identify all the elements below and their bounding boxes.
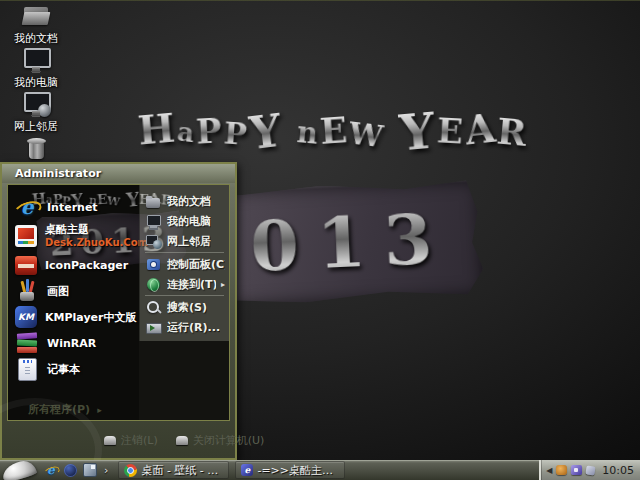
log-off-icon xyxy=(104,436,116,445)
my-computer-icon xyxy=(20,46,52,73)
chrome-icon xyxy=(124,464,137,477)
globe-icon xyxy=(38,104,51,117)
all-programs-button[interactable]: 所有程序(P) ▸ xyxy=(28,402,102,417)
menu-item-iconpackager[interactable]: IconPackager xyxy=(8,252,139,278)
desktop-icon-label: 我的文档 xyxy=(4,31,68,46)
desktop-icon-label: 网上邻居 xyxy=(4,119,68,134)
paint-icon xyxy=(15,279,39,303)
turn-off-label: 关闭计算机(U) xyxy=(193,433,265,448)
notepad-icon xyxy=(18,358,37,381)
taskbar: › 桌面 - 壁纸 - 桌酷壁... -=>>桌酷主题 - Mic... ◀ 1… xyxy=(0,460,640,480)
notepad-icon-wrap xyxy=(15,357,39,381)
menu-item-sublabel: Desk.ZhuoKu.Com xyxy=(45,237,148,249)
tray-app-icon-3[interactable] xyxy=(586,465,596,475)
menu-item-label: IconPackager xyxy=(45,259,128,272)
quick-launch-bar: › xyxy=(44,463,108,477)
submenu-arrow-icon: ▸ xyxy=(221,280,225,289)
task-button-zhuoku-theme-page[interactable]: -=>>桌酷主题 - Mic... xyxy=(235,461,345,479)
start-button[interactable] xyxy=(0,458,37,480)
iconpackager-icon xyxy=(15,256,37,275)
search-icon xyxy=(145,299,162,316)
system-tray: ◀ 10:05 xyxy=(539,460,640,480)
quick-launch-app-icon[interactable] xyxy=(64,464,77,477)
kmplayer-icon xyxy=(15,306,37,328)
menu-item-label: KMPlayer中文版 xyxy=(45,310,136,325)
winrar-icon xyxy=(15,331,39,355)
start-menu-footer: 注销(L) 关闭计算机(U) xyxy=(2,422,235,458)
task-button-label: 桌面 - 壁纸 - 桌酷壁... xyxy=(141,463,223,478)
internet-explorer-icon xyxy=(15,195,39,219)
menu-item-control-panel[interactable]: 控制面板(C) xyxy=(140,254,229,274)
menu-item-kmplayer[interactable]: KMPlayer中文版 xyxy=(8,304,139,330)
menu-item-winrar[interactable]: WinRAR xyxy=(8,330,139,356)
menu-item-my-computer[interactable]: 我的电脑 xyxy=(140,211,229,231)
show-desktop-icon[interactable] xyxy=(83,463,97,477)
quick-launch-expand-chevron-icon[interactable]: › xyxy=(104,464,108,477)
taskbar-clock: 10:05 xyxy=(602,464,634,477)
menu-item-my-documents[interactable]: 我的文档 xyxy=(140,191,229,211)
menu-item-my-network-places[interactable]: 网上邻居 xyxy=(140,231,229,251)
task-button-label: -=>>桌酷主题 - Mic... xyxy=(257,463,339,478)
desktop-icon-label: 我的电脑 xyxy=(4,75,68,90)
desktop-icon-recycle-bin[interactable] xyxy=(4,135,68,164)
menu-item-notepad[interactable]: 记事本 xyxy=(8,356,139,382)
control-panel-icon xyxy=(145,256,162,273)
tray-app-icon-1[interactable] xyxy=(556,465,567,475)
my-documents-icon xyxy=(20,2,52,29)
menu-item-search[interactable]: 搜索(S) xyxy=(140,297,229,317)
start-menu-left-column: Internet 桌酷主题 Desk.ZhuoKu.Com IconPackag… xyxy=(8,185,139,420)
menu-item-paint[interactable]: 画图 xyxy=(8,278,139,304)
turn-off-icon xyxy=(176,436,188,445)
my-computer-icon xyxy=(145,213,162,230)
run-icon xyxy=(145,319,162,336)
all-programs-arrow-icon: ▸ xyxy=(97,405,102,415)
zhuoku-theme-icon xyxy=(15,225,37,247)
menu-item-label: Internet xyxy=(47,201,98,214)
desktop-icon-my-computer[interactable]: 我的电脑 xyxy=(4,46,68,90)
menu-item-label: 记事本 xyxy=(47,362,80,377)
all-programs-label: 所有程序(P) xyxy=(28,402,90,417)
hidden-icons-arrow-icon[interactable]: ◀ xyxy=(546,466,552,475)
menu-item-connect-to[interactable]: 连接到(T) ▸ xyxy=(140,274,229,294)
recycle-bin-icon xyxy=(20,135,52,162)
menu-item-internet[interactable]: Internet xyxy=(8,194,139,220)
menu-item-label: 连接到(T) xyxy=(167,277,216,292)
menu-item-label: WinRAR xyxy=(47,337,96,350)
desktop-icon-my-network-places[interactable]: 网上邻居 xyxy=(4,90,68,134)
menu-separator xyxy=(145,295,224,296)
menu-item-label: 画图 xyxy=(47,284,69,299)
log-off-label: 注销(L) xyxy=(121,433,158,448)
menu-separator xyxy=(145,252,224,253)
menu-item-label: 搜索(S) xyxy=(167,300,207,315)
task-buttons: 桌面 - 壁纸 - 桌酷壁... -=>>桌酷主题 - Mic... xyxy=(118,461,345,479)
start-menu-body: HaPPYnEWYEAR 2013 Internet 桌酷主题 Desk.Zhu… xyxy=(7,184,230,421)
menu-item-label: 桌酷主题 xyxy=(45,224,148,237)
menu-item-zhuoku-theme[interactable]: 桌酷主题 Desk.ZhuoKu.Com xyxy=(8,220,139,252)
menu-item-label: 我的文档 xyxy=(167,194,211,209)
start-menu: Administrator HaPPYnEWYEAR 2013 Internet… xyxy=(0,162,237,460)
my-documents-icon xyxy=(145,193,162,210)
start-menu-header: Administrator xyxy=(2,164,235,183)
connect-to-icon xyxy=(145,276,162,293)
menu-item-label: 运行(R)... xyxy=(167,320,220,335)
log-off-button[interactable]: 注销(L) xyxy=(104,433,158,448)
menu-item-run[interactable]: 运行(R)... xyxy=(140,317,229,337)
my-network-places-icon xyxy=(145,233,162,250)
turn-off-computer-button[interactable]: 关闭计算机(U) xyxy=(176,433,265,448)
start-menu-right-column: 我的文档 我的电脑 网上邻居 控制面板(C) 连接到(T) xyxy=(139,185,229,341)
menu-item-label: 控制面板(C) xyxy=(167,257,225,272)
screen-edge-line xyxy=(0,0,640,1)
my-network-places-icon xyxy=(20,90,52,117)
quick-launch-ie-icon[interactable] xyxy=(44,463,58,477)
menu-item-label: 我的电脑 xyxy=(167,214,211,229)
task-button-wallpaper-page[interactable]: 桌面 - 壁纸 - 桌酷壁... xyxy=(118,461,229,479)
desktop: HaPPYnEWYEAR 2013 我的文档 我的电脑 网上邻居 Adminis… xyxy=(0,0,640,480)
internet-explorer-icon xyxy=(241,464,253,476)
wallpaper-title-text: HaPPYnEWYEAR xyxy=(138,102,529,151)
desktop-icon-my-documents[interactable]: 我的文档 xyxy=(4,2,68,46)
tray-app-icon-2[interactable] xyxy=(571,465,582,475)
user-name: Administrator xyxy=(15,167,101,180)
menu-item-label: 网上邻居 xyxy=(167,234,211,249)
